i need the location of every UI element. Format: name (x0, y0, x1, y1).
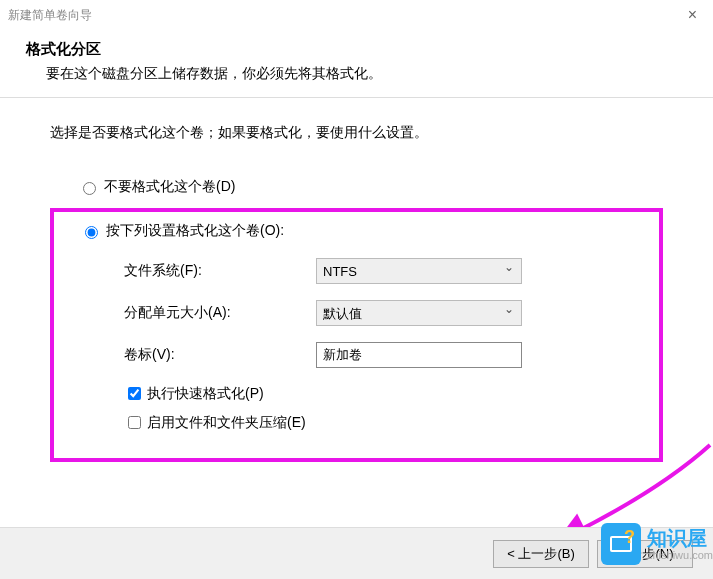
label-filesystem: 文件系统(F): (124, 262, 316, 280)
wizard-content: 选择是否要格式化这个卷；如果要格式化，要使用什么设置。 不要格式化这个卷(D) … (0, 98, 713, 472)
label-volume: 卷标(V): (124, 346, 316, 364)
watermark-icon: ? (601, 523, 641, 565)
watermark-url: zhishiwu.com (647, 549, 713, 561)
window-title: 新建简单卷向导 (8, 7, 680, 24)
row-volume-label: 卷标(V): (66, 342, 647, 368)
page-title: 格式化分区 (26, 40, 687, 59)
titlebar: 新建简单卷向导 × (0, 0, 713, 30)
select-allocation[interactable]: 默认值 (316, 300, 522, 326)
select-filesystem[interactable]: NTFS (316, 258, 522, 284)
checkbox-compression[interactable]: 启用文件和文件夹压缩(E) (66, 413, 647, 432)
row-allocation: 分配单元大小(A): 默认值 (66, 300, 647, 326)
checkbox-quick-format[interactable]: 执行快速格式化(P) (66, 384, 647, 403)
radio-no-format-label: 不要格式化这个卷(D) (104, 178, 235, 196)
input-volume-label[interactable] (316, 342, 522, 368)
radio-do-format-label: 按下列设置格式化这个卷(O): (106, 222, 284, 240)
radio-no-format-input[interactable] (83, 182, 96, 195)
checkbox-compression-label: 启用文件和文件夹压缩(E) (147, 414, 306, 432)
close-icon[interactable]: × (680, 6, 705, 24)
row-filesystem: 文件系统(F): NTFS (66, 258, 647, 284)
radio-do-format-input[interactable] (85, 226, 98, 239)
highlight-box: 按下列设置格式化这个卷(O): 文件系统(F): NTFS 分配单元大小(A):… (50, 208, 663, 462)
watermark: ? 知识屋 zhishiwu.com (601, 523, 713, 565)
checkbox-compression-input[interactable] (128, 416, 141, 429)
instruction-text: 选择是否要格式化这个卷；如果要格式化，要使用什么设置。 (50, 124, 663, 142)
back-button[interactable]: < 上一步(B) (493, 540, 589, 568)
checkbox-quick-format-input[interactable] (128, 387, 141, 400)
radio-do-format[interactable]: 按下列设置格式化这个卷(O): (66, 222, 647, 240)
radio-no-format[interactable]: 不要格式化这个卷(D) (50, 178, 663, 196)
label-allocation: 分配单元大小(A): (124, 304, 316, 322)
checkbox-quick-format-label: 执行快速格式化(P) (147, 385, 264, 403)
page-subtitle: 要在这个磁盘分区上储存数据，你必须先将其格式化。 (26, 65, 687, 83)
wizard-header: 格式化分区 要在这个磁盘分区上储存数据，你必须先将其格式化。 (0, 30, 713, 97)
watermark-title: 知识屋 (647, 527, 713, 549)
